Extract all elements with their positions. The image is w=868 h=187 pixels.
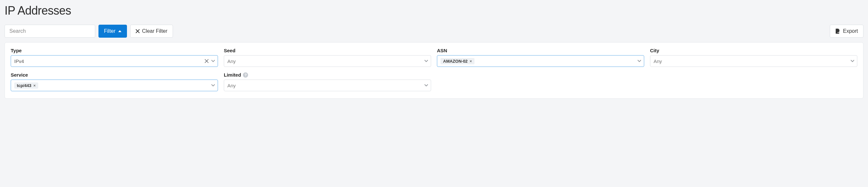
chevron-down-icon xyxy=(211,84,215,87)
limited-label: Limited ? xyxy=(224,72,431,78)
seed-actions xyxy=(424,60,428,62)
toolbar: Filter Clear Filter Export xyxy=(4,25,864,38)
filter-button[interactable]: Filter xyxy=(98,25,127,38)
filter-button-label: Filter xyxy=(104,28,116,34)
filter-row-2: Service tcp/443 × Limited ? xyxy=(11,72,857,91)
limited-label-text: Limited xyxy=(224,72,241,78)
limited-actions xyxy=(424,84,428,87)
field-asn: ASN AMAZON-02 × xyxy=(437,48,644,67)
asn-chip-remove-icon[interactable]: × xyxy=(470,59,472,64)
filter-row-1: Type IPv4 Seed Any xyxy=(11,48,857,67)
field-limited: Limited ? Any xyxy=(224,72,431,91)
city-select[interactable]: Any xyxy=(650,55,857,67)
field-city: City Any xyxy=(650,48,857,67)
export-label: Export xyxy=(843,28,858,34)
field-seed: Seed Any xyxy=(224,48,431,67)
asn-select[interactable]: AMAZON-02 × xyxy=(437,55,644,67)
city-label: City xyxy=(650,48,857,53)
asn-chip-label: AMAZON-02 xyxy=(443,59,468,64)
export-button[interactable]: Export xyxy=(830,25,864,38)
chevron-down-icon xyxy=(424,84,428,87)
service-value: tcp/443 × xyxy=(14,82,211,89)
clear-filter-label: Clear Filter xyxy=(142,28,167,34)
seed-select[interactable]: Any xyxy=(224,55,431,67)
search-input[interactable] xyxy=(4,25,95,38)
asn-label: ASN xyxy=(437,48,644,53)
close-icon xyxy=(136,29,140,33)
seed-label: Seed xyxy=(224,48,431,53)
filter-empty-cell xyxy=(650,72,857,91)
chevron-down-icon xyxy=(211,60,215,62)
field-service: Service tcp/443 × xyxy=(11,72,218,91)
limited-value: Any xyxy=(227,83,424,88)
city-value: Any xyxy=(654,58,850,64)
service-chip-label: tcp/443 xyxy=(17,83,31,88)
chevron-down-icon xyxy=(638,60,641,62)
limited-select[interactable]: Any xyxy=(224,80,431,91)
clear-filter-button[interactable]: Clear Filter xyxy=(130,25,173,38)
service-actions xyxy=(211,84,215,87)
service-label: Service xyxy=(11,72,218,78)
page-title: IP Addresses xyxy=(4,4,864,18)
field-type: Type IPv4 xyxy=(11,48,218,67)
filter-panel: Type IPv4 Seed Any xyxy=(4,42,864,99)
chevron-down-icon xyxy=(424,60,428,62)
type-clear-icon[interactable] xyxy=(204,58,209,64)
filter-empty-cell xyxy=(437,72,644,91)
type-value: IPv4 xyxy=(14,58,204,64)
asn-value: AMAZON-02 × xyxy=(440,58,638,64)
seed-value: Any xyxy=(227,58,424,64)
type-actions xyxy=(204,58,215,64)
service-chip-remove-icon[interactable]: × xyxy=(33,83,36,88)
asn-actions xyxy=(638,60,641,62)
type-label: Type xyxy=(11,48,218,53)
service-select[interactable]: tcp/443 × xyxy=(11,80,218,91)
city-actions xyxy=(850,60,855,62)
chevron-down-icon xyxy=(850,60,855,62)
asn-chip: AMAZON-02 × xyxy=(440,58,474,64)
export-icon xyxy=(835,29,840,34)
type-select[interactable]: IPv4 xyxy=(11,55,218,67)
service-chip: tcp/443 × xyxy=(14,82,38,89)
caret-up-icon xyxy=(118,30,121,32)
help-icon[interactable]: ? xyxy=(243,72,248,78)
